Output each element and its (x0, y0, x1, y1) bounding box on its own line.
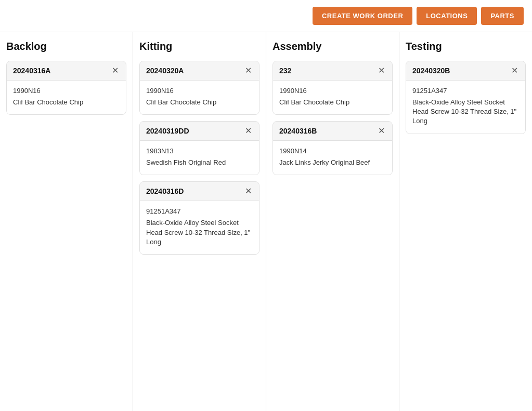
create-work-order-button[interactable]: CREATE WORK ORDER (313, 7, 412, 25)
card-close-button[interactable]: ✕ (244, 127, 253, 135)
kanban-card: 20240316A✕1990N16Clif Bar Chocolate Chip (6, 61, 126, 115)
card-description: Swedish Fish Original Red (146, 158, 253, 167)
card-sku: 1990N14 (279, 147, 386, 155)
card-header: 20240320B✕ (406, 61, 525, 80)
card-id: 20240316B (279, 127, 317, 135)
kanban-card: 20240320A✕1990N16Clif Bar Chocolate Chip (139, 61, 259, 115)
card-close-button[interactable]: ✕ (510, 67, 519, 75)
card-description: Black-Oxide Alloy Steel Socket Head Scre… (146, 218, 253, 247)
card-body: 1990N14Jack Links Jerky Original Beef (273, 140, 392, 175)
card-sku: 1990N16 (279, 87, 386, 95)
kanban-card: 20240320B✕91251A347Black-Oxide Alloy Ste… (406, 61, 526, 134)
card-description: Jack Links Jerky Original Beef (279, 158, 386, 167)
card-body: 1990N16Clif Bar Chocolate Chip (273, 80, 392, 114)
kanban-card: 20240316D✕91251A347Black-Oxide Alloy Ste… (139, 181, 259, 255)
column-testing: Testing20240320B✕91251A347Black-Oxide Al… (399, 32, 532, 411)
parts-button[interactable]: PARTS (481, 7, 524, 25)
kanban-card: 20240316B✕1990N14Jack Links Jerky Origin… (273, 121, 393, 175)
card-close-button[interactable]: ✕ (111, 67, 120, 75)
column-assembly: Assembly232✕1990N16Clif Bar Chocolate Ch… (266, 32, 399, 411)
card-id: 20240320B (412, 67, 450, 75)
card-header: 20240316D✕ (140, 182, 259, 201)
card-description: Clif Bar Chocolate Chip (146, 98, 253, 107)
column-title-kitting: Kitting (139, 41, 259, 52)
kanban-card: 232✕1990N16Clif Bar Chocolate Chip (273, 61, 393, 115)
card-sku: 91251A347 (146, 207, 253, 215)
card-body: 1990N16Clif Bar Chocolate Chip (140, 80, 259, 114)
column-title-assembly: Assembly (273, 41, 393, 52)
card-body: 1990N16Clif Bar Chocolate Chip (7, 80, 126, 114)
card-id: 232 (279, 67, 291, 75)
card-header: 20240316A✕ (7, 61, 126, 80)
kanban-card: 20240319DD✕1983N13Swedish Fish Original … (139, 121, 259, 175)
card-description: Clif Bar Chocolate Chip (279, 98, 386, 107)
column-kitting: Kitting20240320A✕1990N16Clif Bar Chocola… (133, 32, 266, 411)
card-sku: 91251A347 (412, 87, 519, 95)
card-id: 20240320A (146, 67, 184, 75)
column-title-backlog: Backlog (6, 41, 126, 52)
card-body: 1983N13Swedish Fish Original Red (140, 140, 259, 175)
card-close-button[interactable]: ✕ (244, 67, 253, 75)
card-sku: 1990N16 (13, 87, 120, 95)
card-header: 20240316B✕ (273, 122, 392, 140)
app-header: CREATE WORK ORDER LOCATIONS PARTS (0, 0, 532, 32)
card-close-button[interactable]: ✕ (244, 187, 253, 195)
card-close-button[interactable]: ✕ (377, 67, 386, 75)
card-id: 20240316D (146, 187, 184, 195)
card-header: 232✕ (273, 61, 392, 80)
card-body: 91251A347Black-Oxide Alloy Steel Socket … (140, 201, 259, 254)
locations-button[interactable]: LOCATIONS (417, 7, 477, 25)
card-description: Black-Oxide Alloy Steel Socket Head Scre… (412, 98, 519, 126)
card-id: 20240316A (13, 67, 50, 75)
card-sku: 1990N16 (146, 87, 253, 95)
card-header: 20240320A✕ (140, 61, 259, 80)
header-buttons: CREATE WORK ORDER LOCATIONS PARTS (313, 7, 524, 25)
card-id: 20240319DD (146, 127, 189, 135)
kanban-board: Backlog20240316A✕1990N16Clif Bar Chocola… (0, 32, 532, 411)
column-title-testing: Testing (406, 41, 526, 52)
card-sku: 1983N13 (146, 147, 253, 155)
card-body: 91251A347Black-Oxide Alloy Steel Socket … (406, 80, 525, 134)
card-description: Clif Bar Chocolate Chip (13, 98, 120, 107)
card-close-button[interactable]: ✕ (377, 127, 386, 135)
column-backlog: Backlog20240316A✕1990N16Clif Bar Chocola… (0, 32, 133, 411)
card-header: 20240319DD✕ (140, 122, 259, 140)
